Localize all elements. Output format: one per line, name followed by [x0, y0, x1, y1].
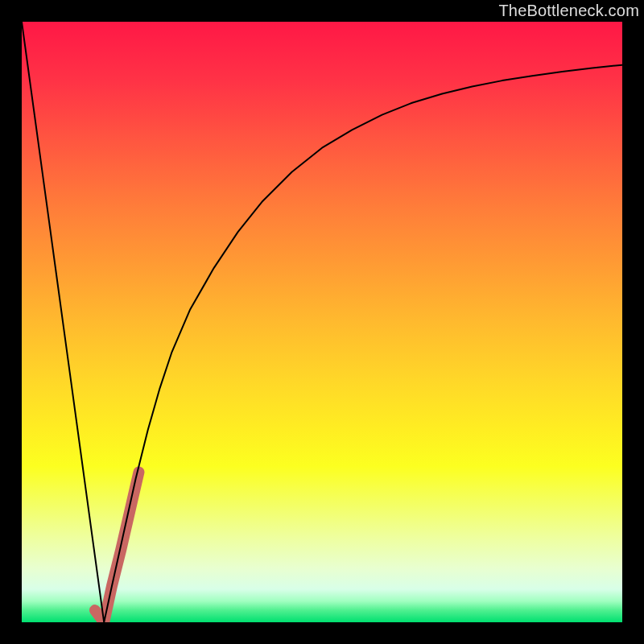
plot-background	[22, 22, 622, 622]
plot-svg	[22, 22, 622, 622]
watermark-text: TheBottleneck.com	[498, 2, 639, 20]
chart-container: TheBottleneck.com	[0, 0, 644, 644]
plot-frame	[22, 22, 622, 622]
